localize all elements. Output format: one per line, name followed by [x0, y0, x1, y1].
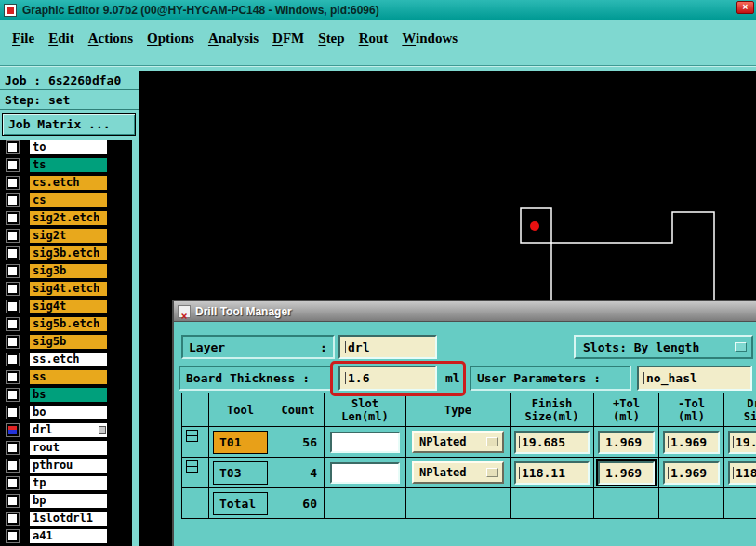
layer-active-checkbox-drl[interactable] — [7, 424, 19, 436]
drill-marker — [530, 221, 539, 231]
slots-dropdown[interactable]: Slots: By length — [574, 335, 753, 359]
job-matrix-button[interactable]: Job Matrix ... — [2, 113, 136, 136]
layer-checkbox-cs.etch[interactable] — [7, 177, 19, 189]
layer-field-label: Layer : — [181, 335, 335, 359]
layer-checkbox-1slotdrl1[interactable] — [7, 513, 19, 525]
layer-name-sig5b[interactable]: sig5b — [29, 334, 108, 350]
board-outline — [551, 212, 714, 309]
menu-actions[interactable]: Actions — [88, 31, 133, 49]
layer-checkbox-sig5b.etch[interactable] — [7, 318, 19, 330]
type-cell-t01: NPlated — [406, 427, 511, 458]
layer-checkbox-sig5b[interactable] — [7, 336, 19, 348]
menu-edit[interactable]: Edit — [48, 31, 74, 49]
plus-tol-input-t01[interactable]: 1.969 — [598, 431, 655, 454]
plus-tol-input-t03[interactable]: 1.969 — [598, 461, 655, 485]
close-button[interactable]: × — [736, 1, 754, 14]
th-slot-len: Slot Len(ml) — [325, 393, 406, 427]
layer-name-ss[interactable]: ss — [29, 369, 108, 385]
layer-checkbox-sig4t[interactable] — [7, 300, 19, 313]
minus-tol-input-t03[interactable]: 1.969 — [663, 461, 720, 485]
th-minus-tol: -Tol (ml) — [659, 393, 724, 427]
layer-name-tp[interactable]: tp — [29, 475, 108, 491]
layer-checkbox-bp[interactable] — [7, 495, 19, 507]
layer-name-sig4t.etch[interactable]: sig4t.etch — [29, 281, 108, 297]
layer-name-sig2t[interactable]: sig2t — [29, 228, 108, 244]
layer-name-sig2t.etch[interactable]: sig2t.etch — [29, 210, 108, 226]
menu-windows[interactable]: Windows — [402, 31, 458, 49]
layer-name-bs[interactable]: bs — [29, 387, 108, 403]
layer-checkbox-ss[interactable] — [7, 371, 19, 383]
layer-name-bp[interactable]: bp — [29, 493, 108, 509]
layer-checkbox-sig3b.etch[interactable] — [7, 247, 19, 260]
user-parameters-input[interactable]: no_hasl — [637, 366, 752, 391]
sidebar-header: Job : 6s2260dfa0 Step: set Job Matrix ..… — [0, 71, 139, 140]
dialog-title-bar[interactable]: Drill Tool Manager — [174, 301, 756, 322]
minus-tol-cell-t01: 1.969 — [659, 427, 724, 458]
layer-name-ts[interactable]: ts — [29, 157, 108, 173]
layer-checkbox-sig2t.etch[interactable] — [7, 212, 19, 224]
finish-size-input-t03[interactable]: 118.11 — [514, 461, 590, 485]
layer-name-rout[interactable]: rout — [29, 440, 108, 456]
drill-size-input-t01[interactable]: 19. — [728, 431, 756, 454]
layer-checkbox-tp[interactable] — [7, 477, 19, 489]
layer-checkbox-bs[interactable] — [7, 389, 19, 401]
layer-name-pthrou[interactable]: pthrou — [29, 458, 108, 473]
type-dropdown-t01-label: NPlated — [419, 435, 467, 448]
menu-bar: FileEditActionsOptionsAnalysisDFMStepRou… — [0, 20, 756, 71]
minus-tol-input-t01[interactable]: 1.969 — [663, 431, 720, 454]
row-select-t01[interactable] — [182, 427, 209, 458]
layer-row-sig3b.etch: sig3b.etch — [0, 246, 132, 261]
menu-dfm[interactable]: DFM — [272, 31, 304, 49]
slot-len-input-t03[interactable] — [330, 462, 400, 484]
type-dropdown-t03[interactable]: NPlated — [412, 461, 504, 484]
layer-checkbox-pthrou[interactable] — [7, 459, 19, 472]
layer-checkbox-ss.etch[interactable] — [7, 353, 19, 366]
layer-name-sig5b.etch[interactable]: sig5b.etch — [29, 316, 108, 332]
menu-rout[interactable]: Rout — [359, 31, 389, 49]
total-empty-minus-tol — [659, 488, 724, 519]
type-dropdown-t01[interactable]: NPlated — [412, 431, 504, 453]
slot-len-input-t01[interactable] — [330, 432, 400, 453]
layer-checkbox-to[interactable] — [7, 141, 19, 153]
layer-row-1slotdrl1: 1slotdrl1 — [0, 511, 132, 526]
layer-name-cs[interactable]: cs — [29, 193, 108, 208]
layer-row-ss: ss — [0, 369, 132, 385]
layer-checkbox-sig3b[interactable] — [7, 265, 19, 277]
menu-analysis[interactable]: Analysis — [208, 31, 259, 49]
layer-scrollbar[interactable] — [132, 140, 139, 546]
layer-checkbox-bo[interactable] — [7, 406, 19, 419]
layer-checkbox-rout[interactable] — [7, 442, 19, 454]
layer-name-bo[interactable]: bo — [29, 405, 108, 420]
tool-cell-t03[interactable]: T03 — [213, 461, 268, 485]
layer-input[interactable]: drl — [338, 335, 437, 359]
layer-context-icon — [99, 426, 106, 434]
layer-checkbox-cs[interactable] — [7, 194, 19, 206]
row-select-t03[interactable] — [182, 458, 209, 488]
layer-checkbox-ts[interactable] — [7, 159, 19, 171]
layer-name-sig3b.etch[interactable]: sig3b.etch — [29, 246, 108, 261]
layer-name-1slotdrl1[interactable]: 1slotdrl1 — [29, 511, 108, 526]
board-thickness-input[interactable]: 1.6 — [338, 366, 437, 391]
layer-name-drl[interactable]: drl — [29, 422, 108, 438]
menu-options[interactable]: Options — [147, 31, 194, 49]
layer-name-a41[interactable]: a41 — [29, 528, 108, 544]
menu-step[interactable]: Step — [318, 31, 344, 49]
layer-name-sig3b[interactable]: sig3b — [29, 263, 108, 279]
th-type: Type — [406, 393, 511, 427]
layer-checkbox-sig4t.etch[interactable] — [7, 283, 19, 295]
tool-cell-t01[interactable]: T01 — [213, 431, 268, 454]
layer-checkbox-a41[interactable] — [7, 530, 19, 542]
dialog-body: Layer : drl Slots: By length Board Thick… — [174, 324, 756, 546]
menu-file[interactable]: File — [12, 31, 34, 49]
user-parameters-label: User Parameters : — [470, 366, 631, 391]
layer-name-sig4t[interactable]: sig4t — [29, 299, 108, 314]
finish-size-input-t01[interactable]: 19.685 — [514, 431, 590, 454]
drill-size-input-t03[interactable]: 118 — [728, 461, 756, 485]
layer-checkbox-sig2t[interactable] — [7, 230, 19, 242]
layer-name-to[interactable]: to — [29, 140, 108, 155]
layer-name-ss.etch[interactable]: ss.etch — [29, 352, 108, 367]
title-bar[interactable]: Graphic Editor 9.07b2 (00@HY-HYCAM-PC148… — [0, 0, 756, 20]
layer-name-cs.etch[interactable]: cs.etch — [29, 175, 108, 191]
finish-size-cell-t03: 118.11 — [511, 458, 594, 488]
layer-row-bp: bp — [0, 493, 132, 509]
